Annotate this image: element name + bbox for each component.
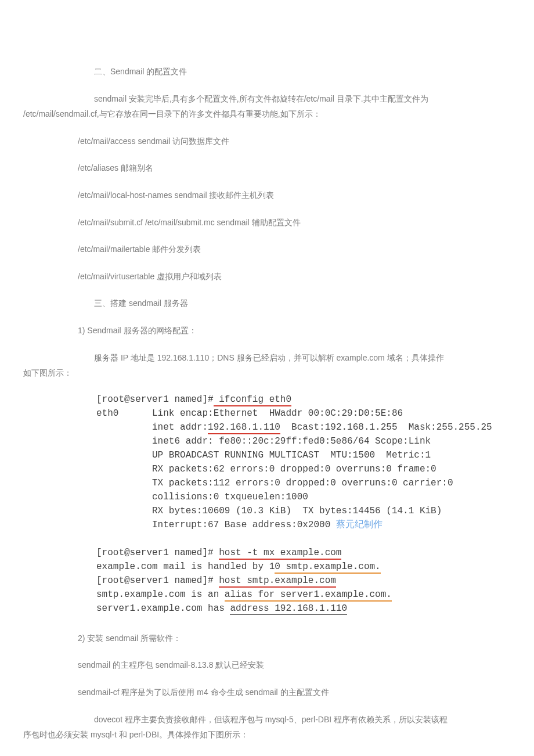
- watermark-text: 蔡元纪制作: [336, 520, 383, 530]
- pkg-sendmail-cf: sendmail-cf 程序是为了以后使用 m4 命令生成 sendmail 的…: [23, 685, 511, 700]
- ifconfig-line-7: TX packets:112 errors:0 dropped:0 overru…: [96, 478, 453, 488]
- config-item-access: /etc/mail/access sendmail 访问数据库文件: [23, 134, 511, 149]
- cmd-host-smtp: host smtp.example.com: [219, 575, 336, 588]
- config-item-virtusertable: /etc/mail/virtusertable 虚拟用户和域列表: [23, 269, 511, 285]
- network-desc-line-2: 如下图所示：: [23, 365, 511, 381]
- host-mx-out-a: example.com mail is handled by 1: [96, 561, 275, 572]
- ifconfig-line-10a: Interrupt:67 Base address:0x2000: [96, 520, 336, 530]
- terminal-output: [root@server1 named]# ifconfig eth0 eth0…: [96, 393, 511, 615]
- host-addr-a: server1.example.com has: [96, 603, 230, 614]
- ifconfig-line-4: inet6 addr: fe80::20c:29ff:fed0:5e86/64 …: [96, 436, 431, 447]
- host-addr-b: address 192.168.1.110: [230, 603, 347, 615]
- ifconfig-line-9: RX bytes:10609 (10.3 KiB) TX bytes:14456…: [96, 506, 442, 516]
- config-item-localhost: /etc/mail/local-host-names sendmail 接收邮件…: [23, 188, 511, 203]
- prompt-1: [root@server1 named]#: [96, 394, 214, 405]
- pkg-sendmail: sendmail 的主程序包 sendmail-8.13.8 默认已经安装: [23, 657, 511, 673]
- dovecot-line-1: dovecot 程序主要负责接收邮件，但该程序包与 mysql-5、perl-D…: [23, 712, 511, 728]
- section-heading-3: 三、搭建 sendmail 服务器: [23, 296, 511, 311]
- cmd-host-mx: host -t mx example.com: [219, 548, 341, 560]
- prompt-3: [root@server1 named]#: [96, 575, 219, 586]
- intro-line-2: /etc/mail/sendmail.cf,与它存放在同一目录下的许多文件都具有…: [23, 106, 511, 122]
- ifconfig-line-6: RX packets:62 errors:0 dropped:0 overrun…: [96, 464, 436, 474]
- network-desc-line-1: 服务器 IP 地址是 192.168.1.110；DNS 服务已经启动，并可以解…: [23, 350, 511, 366]
- document-body: 二、Sendmail 的配置文件 sendmail 安装完毕后,具有多个配置文件…: [0, 0, 534, 756]
- config-item-mailertable: /etc/mail/mailertable 邮件分发列表: [23, 242, 511, 257]
- ip-address: 192.168.1.110: [208, 422, 280, 434]
- host-alias-a: smtp.example.com is an: [96, 589, 225, 600]
- section-heading-2: 二、Sendmail 的配置文件: [23, 64, 511, 80]
- host-mx-out-b: 0 smtp.example.com.: [275, 561, 380, 574]
- cmd-ifconfig: ifconfig eth0: [214, 394, 291, 406]
- ifconfig-line-2: eth0 Link encap:Ethernet HWaddr 00:0C:29…: [96, 408, 403, 419]
- intro-line-1: sendmail 安装完毕后,具有多个配置文件,所有文件都旋转在/etc/mai…: [23, 91, 511, 107]
- dovecot-line-2: 序包时也必须安装 mysql-t 和 perl-DBI。具体操作如下图所示：: [23, 727, 511, 743]
- host-alias-b: alias for server1.example.com.: [225, 589, 392, 602]
- prompt-2: [root@server1 named]#: [96, 548, 219, 558]
- ifconfig-line-8: collisions:0 txqueuelen:1000: [96, 492, 308, 502]
- step-1-title: 1) Sendmail 服务器的网络配置：: [23, 323, 511, 339]
- step-2-title: 2) 安装 sendmail 所需软件：: [23, 631, 511, 646]
- config-item-submit: /etc/mail/submit.cf /etc/mail/submit.mc …: [23, 215, 511, 231]
- ifconfig-line-3c: Bcast:192.168.1.255 Mask:255.255.25: [280, 422, 492, 433]
- ifconfig-line-5: UP BROADCAST RUNNING MULTICAST MTU:1500 …: [96, 450, 431, 460]
- ifconfig-line-3a: inet addr:: [96, 422, 208, 433]
- config-item-aliases: /etc/aliases 邮箱别名: [23, 160, 511, 176]
